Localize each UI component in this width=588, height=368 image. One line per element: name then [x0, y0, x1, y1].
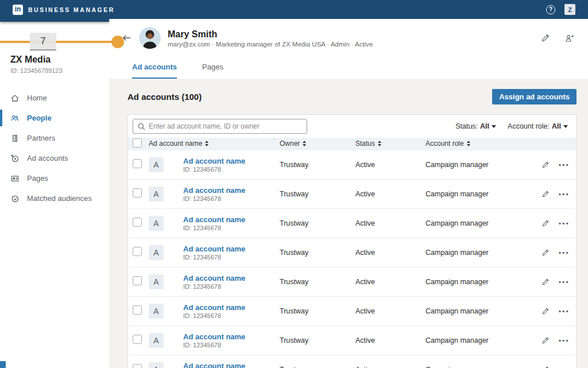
edit-pencil-icon[interactable] [541, 161, 550, 169]
account-avatar-badge[interactable]: Z [564, 4, 575, 15]
ad-account-name-link[interactable]: Ad account name [183, 332, 280, 341]
more-options-icon[interactable]: ••• [559, 278, 570, 285]
ad-account-avatar: A [149, 245, 164, 260]
remove-user-icon[interactable] [564, 33, 575, 43]
table-header: Ad account name Owner Status Account rol… [128, 138, 576, 150]
more-options-icon[interactable]: ••• [559, 220, 570, 227]
sidebar-item-pages[interactable]: Pages [0, 168, 109, 188]
sort-icon [205, 141, 208, 146]
sidebar-item-partners[interactable]: Partners [0, 128, 109, 148]
page-title: Ad accounts (100) [127, 92, 202, 102]
content-area: Ad accounts (100) Assign ad accounts Sta… [109, 79, 588, 368]
assign-ad-accounts-button[interactable]: Assign ad accounts [492, 89, 577, 104]
owner-cell: Trustway [280, 336, 355, 344]
ad-account-name-link[interactable]: Ad account name [183, 362, 280, 368]
status-filter-label: Status: [455, 122, 478, 130]
target-icon [10, 154, 20, 163]
sort-icon [467, 141, 470, 146]
status-filter[interactable]: Status: All [455, 122, 496, 130]
column-owner[interactable]: Owner [280, 140, 355, 148]
ad-account-id: ID: 12345678 [183, 195, 280, 202]
sort-icon [378, 141, 381, 146]
account-role-filter[interactable]: Account role: All [508, 122, 568, 130]
sidebar-item-people[interactable]: People [0, 108, 109, 128]
row-checkbox[interactable] [133, 305, 142, 315]
matched-audiences-icon [10, 194, 20, 203]
more-options-icon[interactable]: ••• [559, 191, 570, 197]
tab-pages[interactable]: Pages [202, 63, 223, 79]
edit-pencil-icon[interactable] [541, 219, 550, 228]
column-status[interactable]: Status [355, 140, 425, 148]
table-body: A Ad account name ID: 12345678 Trustway … [128, 150, 576, 368]
row-checkbox[interactable] [133, 218, 142, 227]
ad-account-name-link[interactable]: Ad account name [183, 274, 280, 282]
column-ad-account-name[interactable]: Ad account name [149, 140, 280, 148]
edit-pencil-icon[interactable] [541, 190, 550, 199]
sidebar-item-label: Home [27, 94, 47, 102]
tab-bar: Ad accounts Pages [109, 57, 588, 79]
pages-icon [10, 174, 20, 183]
table-row: A Ad account name ID: 12345678 Trustway … [128, 209, 576, 238]
linkedin-icon: in [13, 5, 23, 15]
row-checkbox[interactable] [133, 364, 142, 368]
edit-pencil-icon[interactable] [541, 249, 550, 257]
edit-pencil-icon[interactable] [541, 336, 550, 345]
people-icon [10, 114, 20, 123]
ad-account-name-link[interactable]: Ad account name [183, 157, 280, 165]
sort-icon [303, 141, 306, 146]
building-icon [10, 134, 20, 143]
row-checkbox[interactable] [133, 247, 142, 256]
role-cell: Campaign manager [425, 249, 541, 257]
owner-cell: Trustway [280, 249, 355, 257]
status-cell: Active [355, 336, 425, 344]
edit-pencil-icon[interactable] [540, 33, 550, 43]
table-row: A Ad account name ID: 12345678 Trustway … [128, 326, 576, 355]
sidebar-item-label: Matched audiences [27, 194, 92, 203]
tab-ad-accounts[interactable]: Ad accounts [132, 63, 177, 79]
sidebar-item-ad-accounts[interactable]: Ad accounts [0, 148, 109, 168]
more-options-icon[interactable]: ••• [559, 337, 570, 344]
status-filter-value: All [480, 122, 489, 130]
sidebar-item-matched-audiences[interactable]: Matched audiences [0, 188, 109, 208]
column-account-role[interactable]: Account role [425, 140, 541, 148]
org-id: ID: 123456789123 [10, 67, 109, 74]
more-options-icon[interactable]: ••• [559, 308, 570, 315]
business-manager-logo[interactable]: in BUSINESS MANAGER [13, 5, 115, 15]
edit-pencil-icon[interactable] [541, 278, 550, 286]
ad-account-name-link[interactable]: Ad account name [183, 215, 280, 224]
role-cell: Campaign manager [425, 161, 541, 169]
ad-account-id: ID: 12345678 [183, 283, 280, 290]
row-checkbox[interactable] [133, 188, 142, 197]
ad-account-id: ID: 12345678 [183, 254, 280, 261]
table-row: A Ad account name ID: 12345678 Trustway … [128, 297, 576, 326]
row-checkbox[interactable] [133, 159, 142, 168]
edit-pencil-icon[interactable] [541, 366, 550, 368]
edit-pencil-icon[interactable] [541, 307, 550, 316]
account-role-filter-value: All [552, 122, 561, 130]
sidebar-item-home[interactable]: Home [0, 88, 109, 108]
table-row: A Ad account name ID: 12345678 Trustway … [128, 268, 576, 297]
chevron-down-icon [492, 125, 496, 128]
more-options-icon[interactable]: ••• [559, 161, 570, 168]
member-avatar [139, 27, 161, 49]
search-icon [138, 123, 145, 130]
ad-account-name-link[interactable]: Ad account name [183, 245, 280, 253]
status-cell: Active [355, 307, 425, 315]
ad-account-avatar: A [149, 274, 164, 289]
status-cell: Active [355, 366, 425, 368]
search-box[interactable] [133, 119, 307, 134]
select-all-checkbox[interactable] [133, 138, 142, 148]
sidebar-item-label: Ad accounts [27, 154, 68, 162]
owner-cell: Trustway [280, 278, 355, 286]
ad-account-name-link[interactable]: Ad account name [183, 303, 280, 312]
row-checkbox[interactable] [133, 335, 142, 344]
help-icon[interactable]: ? [546, 5, 555, 14]
member-header: Mary Smith mary@zx.com · Marketing manag… [109, 19, 588, 57]
sidebar-item-label: People [27, 114, 52, 122]
table-row: A Ad account name ID: 12345678 Trustway … [128, 180, 576, 209]
search-input[interactable] [149, 122, 302, 130]
ad-account-name-link[interactable]: Ad account name [183, 186, 280, 195]
row-checkbox[interactable] [133, 276, 142, 285]
ad-accounts-card: Status: All Account role: All Ad account… [127, 114, 577, 368]
more-options-icon[interactable]: ••• [559, 249, 570, 256]
